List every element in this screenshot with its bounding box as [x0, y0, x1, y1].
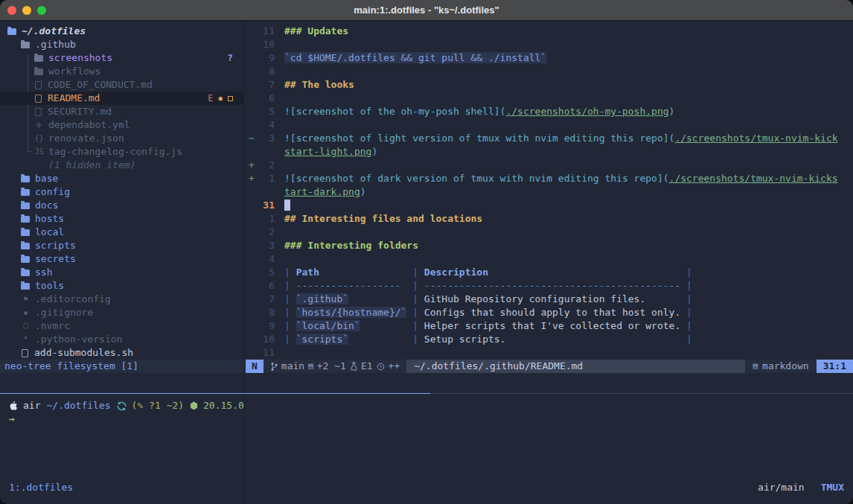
- tree-item-gitignore[interactable]: ◆.gitignore: [0, 306, 243, 319]
- editor-line[interactable]: 5![screenshot of the oh-my-posh shell](.…: [246, 105, 853, 118]
- tree-item-github[interactable]: .github: [0, 38, 243, 51]
- tree-item-label: add-submodules.sh: [34, 346, 133, 360]
- tree-item-workflows[interactable]: workflows: [0, 65, 243, 78]
- editor-line[interactable]: 3### Interesting folders: [246, 239, 853, 252]
- editor-line[interactable]: start-light.png): [246, 145, 853, 159]
- editor-line[interactable]: 10| `scripts` | Setup scripts. |: [246, 333, 853, 346]
- tree-item-tools[interactable]: tools: [0, 279, 243, 293]
- tree-item-1-hidden-item[interactable]: (1 hidden item): [0, 159, 243, 172]
- tree-item-ssh[interactable]: ssh: [0, 266, 243, 279]
- editor-line[interactable]: +2: [246, 159, 853, 172]
- gutter-sign: [246, 65, 255, 78]
- gutter-sign: [246, 25, 255, 38]
- gutter-sign: ~: [246, 132, 255, 145]
- editor-line[interactable]: 7| `.github` | GitHub Repository configu…: [246, 293, 853, 306]
- tree-item-secrets[interactable]: secrets: [0, 252, 243, 266]
- syntax-pipe: |: [412, 334, 424, 345]
- tree-item-dotfiles[interactable]: ~/.dotfiles: [0, 25, 243, 38]
- syntax-h3: ### Interesting folders: [284, 240, 418, 251]
- syntax-pipe: |: [686, 307, 692, 318]
- tree-item-label: ~/.dotfiles: [22, 25, 86, 38]
- tree-item-dependabot-yml[interactable]: ⚙dependabot.yml: [0, 118, 243, 132]
- editor-line[interactable]: ~3![screenshot of light version of tmux …: [246, 132, 853, 145]
- folder-icon: [21, 202, 30, 209]
- tree-item-label: .github: [35, 38, 76, 51]
- tree-item-code-of-conduct-md[interactable]: CODE_OF_CONDUCT.md: [0, 78, 243, 92]
- tmux-window-label[interactable]: 1:.dotfiles: [9, 481, 73, 494]
- tree-item-scripts[interactable]: scripts: [0, 239, 243, 252]
- tree-item-editorconfig[interactable]: ⚑.editorconfig: [0, 293, 243, 306]
- editor-line[interactable]: 9| `local/bin` | Helper scripts that I'v…: [246, 319, 853, 333]
- file-icon: [35, 81, 42, 89]
- tree-item-local[interactable]: local: [0, 226, 243, 239]
- tree-item-add-submodules-sh[interactable]: add-submodules.sh: [0, 346, 243, 360]
- tree-item-label: scripts: [35, 239, 76, 252]
- editor-line[interactable]: +1![screenshot of dark version of tmux w…: [246, 172, 853, 185]
- editor-line[interactable]: 31: [246, 199, 853, 212]
- shell-prompt[interactable]: air ~/.dotfiles (✎ ?1 ~2) 20.15: [9, 399, 244, 426]
- tree-item-badges: ?: [227, 51, 243, 65]
- editor-line[interactable]: 5| Path | Description |: [246, 266, 853, 279]
- gutter-sign: [246, 266, 255, 279]
- syntax-url: ./screenshots/oh-my-posh.png: [505, 106, 668, 117]
- editor-line[interactable]: 6: [246, 92, 853, 105]
- editor-line[interactable]: 6| ------------------ | ----------------…: [246, 279, 853, 293]
- apple-icon: [9, 401, 18, 411]
- editor-line[interactable]: 4: [246, 118, 853, 132]
- line-text: | Path | Description |: [284, 266, 692, 279]
- tree-item-python-version[interactable]: *.python-version: [0, 333, 243, 346]
- tree-item-label: .gitignore: [35, 306, 93, 319]
- prompt-input-line[interactable]: →: [9, 412, 244, 426]
- tree-item-label: .nvmrc: [35, 319, 70, 333]
- line-number: 7: [255, 293, 275, 306]
- tree-item-renovate-json[interactable]: {}renovate.json: [0, 132, 243, 145]
- syntax-plain: [645, 293, 686, 304]
- editor-line[interactable]: 10: [246, 38, 853, 51]
- line-text: tart-dark.png): [284, 185, 366, 199]
- tree-item-label: (1 hidden item): [48, 159, 135, 172]
- editor-line[interactable]: 11: [246, 346, 853, 360]
- tree-item-security-md[interactable]: SECURITY.md: [0, 105, 243, 118]
- folder-icon: [34, 68, 43, 75]
- tree-item-nvmrc[interactable]: ⬡.nvmrc: [0, 319, 243, 333]
- line-text: `cd $HOME/.dotfiles && git pull && ./ins…: [284, 51, 546, 65]
- editor-line[interactable]: 2: [246, 226, 853, 239]
- editor-line[interactable]: 9`cd $HOME/.dotfiles && git pull && ./in…: [246, 51, 853, 65]
- tree-item-badges: E●: [208, 92, 243, 105]
- syntax-img: ![screenshot of light version of tmux wi…: [284, 133, 674, 144]
- editor-line[interactable]: tart-dark.png): [246, 185, 853, 199]
- tree-item-label: SECURITY.md: [48, 105, 112, 118]
- tree-item-config[interactable]: config: [0, 185, 243, 199]
- syntax-thead: Description: [424, 267, 488, 278]
- diff-counts: +2 ~1: [317, 360, 346, 373]
- syntax-h2: ## Interesting files and locations: [284, 213, 482, 224]
- tree-item-base[interactable]: base: [0, 172, 243, 185]
- editor-line[interactable]: 1## Interesting files and locations: [246, 212, 853, 226]
- tree-item-label: renovate.json: [48, 132, 124, 145]
- flag-icon: ⚑: [21, 293, 31, 306]
- gutter-sign: [246, 78, 255, 92]
- gutter-sign: [246, 333, 255, 346]
- editor-line[interactable]: 8: [246, 65, 853, 78]
- editor-line[interactable]: 4: [246, 252, 853, 266]
- editor-line[interactable]: 11### Updates: [246, 25, 853, 38]
- tree-item-tag-changelog-config-js[interactable]: JStag-changelog-config.js: [0, 145, 243, 159]
- editor-buffer[interactable]: 11### Updates109`cd $HOME/.dotfiles && g…: [246, 25, 853, 360]
- editor-line[interactable]: 7## The looks: [246, 78, 853, 92]
- tree-item-readme-md[interactable]: README.mdE●: [0, 92, 243, 105]
- line-number: 3: [255, 132, 275, 145]
- close-button[interactable]: [7, 6, 16, 15]
- window-titlebar[interactable]: main:1:.dotfiles - "ks~/.dotfiles": [0, 0, 853, 21]
- tree-item-screenshots[interactable]: screenshots?: [0, 51, 243, 65]
- maximize-button[interactable]: [37, 6, 46, 15]
- syntax-plain: [401, 280, 413, 291]
- minimize-button[interactable]: [22, 6, 31, 15]
- editor-pane[interactable]: 11### Updates109`cd $HOME/.dotfiles && g…: [246, 21, 853, 360]
- line-text: [284, 199, 290, 212]
- unsaved-square-icon: [228, 96, 233, 101]
- editor-line[interactable]: 8| `hosts/{hostname}/` | Configs that sh…: [246, 306, 853, 319]
- tree-item-hosts[interactable]: hosts: [0, 212, 243, 226]
- file-tree: ~/.dotfiles.githubscreenshots?workflowsC…: [0, 25, 243, 360]
- tree-item-docs[interactable]: docs: [0, 199, 243, 212]
- syntax-h3: ### Updates: [284, 25, 348, 36]
